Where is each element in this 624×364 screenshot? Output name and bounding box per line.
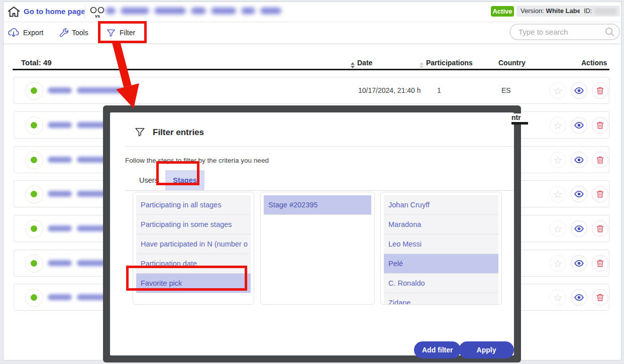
green-dot [31,122,37,129]
redacted-word [48,225,72,231]
eye-icon [574,258,584,269]
home-icon[interactable] [7,6,21,18]
delete-entry-button[interactable] [592,152,608,168]
id-label: ID: [584,7,592,15]
redacted-word [106,8,116,14]
tools-button[interactable]: Tools [72,29,88,37]
pick-item[interactable]: Maradona [384,215,498,234]
delete-entry-button[interactable] [592,186,608,202]
picks-panel: Johan Cruyff Maradona Leo Messi Pelé C. … [380,192,502,305]
topbar-bottom-border [4,22,620,22]
eye-icon [574,85,584,96]
filter-funnel-icon [134,126,146,139]
tabs-underline [125,190,513,191]
entry-date: 10/17/2024, 21:40 h [358,86,421,94]
pick-item-clipped[interactable]: Zidane [384,293,498,305]
view-entry-button[interactable] [571,186,587,202]
status-indicator [25,220,43,238]
status-indicator [25,151,43,169]
version-label: Version: [521,7,544,15]
tab-users[interactable]: Users [139,176,158,184]
column-header-date[interactable]: Date [351,59,372,68]
view-entry-button[interactable] [571,82,587,99]
favorite-star-button[interactable]: ☆ [550,289,566,306]
green-dot [31,260,37,267]
id-value-redacted [594,8,616,15]
favorite-star-button[interactable]: ☆ [550,82,566,99]
view-entry-button[interactable] [571,255,587,272]
view-entry-button[interactable] [571,152,587,168]
add-filter-button[interactable]: Add filter [414,341,461,358]
favorite-star-button[interactable]: ☆ [550,152,566,168]
pick-item[interactable]: C. Ronaldo [384,274,498,293]
table-header-underline [13,69,609,70]
annotation-rect-favorite-pick [126,266,247,291]
favorite-star-button[interactable]: ☆ [550,255,566,272]
redacted-word [121,8,149,14]
search-icon [604,27,615,37]
pick-item[interactable]: Leo Messi [384,234,498,254]
criterion-participated-n[interactable]: Have participated in N (number o [136,234,251,254]
delete-entry-button[interactable] [592,289,608,306]
criterion-participating-some[interactable]: Participating in some stages [136,215,251,234]
view-entry-button[interactable] [571,289,587,306]
view-entry-button[interactable] [571,117,587,134]
view-entry-button[interactable] [571,220,587,237]
stage-item[interactable]: Stage #202395 [264,195,371,215]
apply-filters-button[interactable]: Apply filters [459,341,514,358]
redacted-word [241,8,255,14]
criterion-participating-all[interactable]: Participating in all stages [136,195,251,215]
favorite-star-button[interactable]: ☆ [550,220,566,237]
trash-icon [595,293,605,302]
redacted-word [211,8,236,14]
entry-country: ES [501,86,511,94]
column-header-participations[interactable]: Participations [420,59,473,68]
export-cloud-icon [7,27,20,39]
redacted-word [154,8,186,14]
trash-icon [595,120,605,130]
favorite-star-button[interactable]: ☆ [550,117,566,134]
table-row: 10/17/2024, 21:40 h 1 ES ☆ [14,77,609,104]
versus-icon: vs [89,6,106,20]
pick-item-selected[interactable]: Pelé [384,254,498,274]
entry-title-redacted [106,8,286,17]
green-dot [31,87,37,94]
version-badge: Version: White Label [516,6,587,17]
screenshot-stage: Go to home page vs Active Version: White… [0,0,624,364]
stages-panel: Stage #202395 [260,192,375,305]
toolbar-bottom-border [4,44,620,44]
delete-entry-button[interactable] [592,82,608,99]
annotation-rect-stages-tab [156,161,199,185]
version-value: White Label [546,7,583,15]
delete-entry-button[interactable] [592,220,608,237]
status-indicator [25,255,43,273]
pick-item[interactable]: Johan Cruyff [384,195,498,215]
eye-icon [574,155,584,165]
modal-title: Filter entries [153,128,204,138]
green-dot [31,157,37,163]
redacted-word [260,8,281,14]
redacted-word [48,87,72,93]
redacted-word [48,122,72,128]
export-button[interactable]: Export [23,29,43,37]
favorite-star-button[interactable]: ☆ [550,186,566,202]
sticky-header-fragment: ntr [511,113,528,125]
modal-divider [125,146,513,147]
delete-entry-button[interactable] [592,255,608,272]
status-indicator [25,116,43,135]
trash-icon [595,259,605,268]
trash-icon [595,224,605,233]
filter-modal-content: Filter entries Follow the steps to filte… [110,112,514,355]
id-badge: ID: [580,6,620,17]
annotation-rect-filter [98,21,147,43]
search-input[interactable] [509,24,620,40]
search-box [509,24,620,40]
column-header-country: Country [498,59,526,67]
total-count: Total: 49 [21,58,52,67]
topbar-divider [84,4,85,19]
trash-icon [595,86,605,95]
go-home-link[interactable]: Go to home page [24,7,85,16]
redacted-word [191,8,206,14]
entry-name-redacted[interactable] [48,87,130,96]
delete-entry-button[interactable] [592,117,608,134]
